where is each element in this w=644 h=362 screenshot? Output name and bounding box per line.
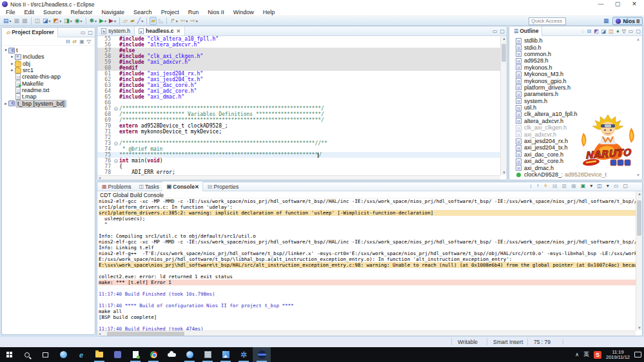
scroll-lock-up-icon[interactable]: ↑ <box>536 183 539 189</box>
pin-console-icon[interactable]: ✳ <box>543 183 548 189</box>
outline-item-util.h[interactable]: uutil.h <box>516 104 642 111</box>
editor-tab-headless.c[interactable]: cheadless.c✕ <box>135 26 185 35</box>
tree-expand-icon[interactable]: ▸ <box>10 68 15 73</box>
menu-window[interactable]: Window <box>229 9 259 15</box>
open-resource-button[interactable]: ▱ <box>122 17 128 25</box>
tree-item-t.map[interactable]: t.map <box>2 93 95 100</box>
taskbar-clock[interactable]: 11:19 2019/11/12 <box>606 350 630 360</box>
outline-menu-icon[interactable]: ▽ <box>622 28 626 34</box>
menu-search[interactable]: Search <box>129 9 157 15</box>
console-tab-properties[interactable]: ▤Properties <box>203 182 242 191</box>
console-tab-console[interactable]: ▣Console ✕ <box>162 182 203 191</box>
open-console-icon[interactable]: ◫ <box>597 183 602 189</box>
tree-expand-icon[interactable]: ▸ <box>10 54 15 59</box>
outline-maximize-icon[interactable]: ▢ <box>636 28 641 34</box>
fold-marker-icon[interactable]: − <box>113 106 119 111</box>
console-scroll-up-icon[interactable]: ▲ <box>636 192 643 196</box>
run-button[interactable]: ▶▾ <box>99 17 107 25</box>
app-ie[interactable]: e <box>72 347 90 362</box>
collapse-all-icon[interactable]: ⊟ <box>66 39 70 44</box>
save-all-button[interactable]: ▩ <box>21 17 28 25</box>
open-perspective-icon[interactable]: ▦ <box>603 17 610 25</box>
new-wizard-button[interactable]: ▤▾ <box>3 17 12 25</box>
app-browser[interactable] <box>181 347 199 362</box>
console-scroll-thumb[interactable] <box>637 200 641 236</box>
search-button[interactable] <box>18 347 36 362</box>
new-class-button[interactable]: ◨▾ <box>63 17 73 25</box>
quick-access-input[interactable]: Quick Access <box>529 17 566 25</box>
tree-item-obj[interactable]: ▸obj <box>2 61 95 67</box>
clear-console-icon[interactable]: ▤ <box>552 183 558 189</box>
fold-collapse-icon[interactable]: − <box>114 159 118 163</box>
fold-collapse-icon[interactable]: − <box>114 107 118 111</box>
code-area[interactable]: 55#include "clk_altera_a10_fpll.h"56#inc… <box>97 36 500 175</box>
editor-scroll-thumb[interactable] <box>502 44 506 62</box>
editor-vertical-scrollbar[interactable]: ▲ ▼ <box>500 36 507 175</box>
editor-tab-system.h[interactable]: hsystem.h <box>97 26 135 35</box>
app-grid[interactable] <box>199 347 217 362</box>
view-menu-icon[interactable]: ▽ <box>87 39 91 44</box>
console-maximize-icon[interactable]: ▢ <box>623 183 628 189</box>
console-horizontal-scrollbar[interactable]: ◂ <box>97 330 636 336</box>
action-center-icon[interactable] <box>634 352 641 357</box>
editor-maximize-icon[interactable]: ▢ <box>500 28 505 34</box>
outline-item-mykonos.h[interactable]: umykonos.h <box>516 64 642 71</box>
outline-item-Mykonos_M3.h[interactable]: uMykonos_M3.h <box>516 71 642 77</box>
outline-scroll-down-icon[interactable]: ▼ <box>636 173 640 177</box>
annotation-button[interactable]: ◺ <box>158 17 164 25</box>
console-hscroll-thumb[interactable] <box>107 332 184 336</box>
build-button[interactable]: ◫ <box>34 17 41 25</box>
menu-help[interactable]: Help <box>259 9 280 15</box>
app-text-editor[interactable] <box>126 347 144 362</box>
tree-item-t_bsp[interactable]: ▸t_bsp [system_bd] <box>2 100 95 106</box>
outline-minimize-icon[interactable]: ▭ <box>629 28 634 34</box>
outline-item-stdio.h[interactable]: ustdio.h <box>516 44 642 50</box>
tab-close-icon[interactable]: ✕ <box>195 184 199 190</box>
close-button[interactable]: ✕ <box>626 0 643 8</box>
outline-item-ad9528.h[interactable]: uad9528.h <box>516 57 642 64</box>
menu-edit[interactable]: Edit <box>20 9 39 15</box>
hide-fields-icon[interactable]: ◩ <box>594 28 599 34</box>
fold-collapse-icon[interactable]: − <box>114 142 118 146</box>
tree-item-Includes[interactable]: ▸Includes <box>2 53 95 60</box>
back-button[interactable]: ⇦▾ <box>180 17 189 25</box>
tree-item-readme.txt[interactable]: readme.txt <box>2 87 95 93</box>
outline-item-common.h[interactable]: ucommon.h <box>516 51 642 57</box>
explorer-minimize-icon[interactable]: ▭ <box>81 30 86 35</box>
task-view-button[interactable] <box>36 347 54 362</box>
menu-nios-ii[interactable]: Nios II <box>203 9 229 15</box>
display-console-icon[interactable]: ▣ <box>581 183 586 189</box>
menu-project[interactable]: Project <box>157 9 184 15</box>
app-edge[interactable] <box>54 347 72 362</box>
external-tools-button[interactable]: ▶▾ <box>108 17 117 25</box>
debug-button[interactable]: ✱▾ <box>89 17 98 25</box>
scroll-down-icon[interactable]: ▼ <box>501 171 507 175</box>
outline-item-platform_drivers.h[interactable]: uplatform_drivers.h <box>516 84 642 91</box>
outline-scroll-up-icon[interactable]: ▲ <box>636 37 640 41</box>
new-nios-project-button[interactable]: ◪▾ <box>42 17 52 25</box>
explorer-maximize-icon[interactable]: ▢ <box>88 30 93 35</box>
refresh-button[interactable]: ◉▾ <box>74 17 83 25</box>
tree-item-t[interactable]: ▾t <box>2 47 95 53</box>
open-console-menu-icon[interactable]: ▾ <box>607 183 609 189</box>
menu-source[interactable]: Source <box>39 9 66 15</box>
app-share[interactable]: ✲ <box>235 347 253 362</box>
console-output[interactable]: nios2-elf-gcc -xc -MP -MMD -c -IE:/sxs/w… <box>99 198 636 330</box>
project-explorer-tab[interactable]: ▱ Project Explorer <box>2 28 58 37</box>
remove-all-icon[interactable]: ▦ <box>571 183 576 189</box>
fold-marker-icon[interactable]: − <box>113 158 119 164</box>
save-button[interactable]: ▦ <box>14 17 21 25</box>
scroll-lock-down-icon[interactable]: ↓ <box>529 183 532 189</box>
outline-filters-icon[interactable]: ◌ <box>581 28 585 34</box>
app-onedrive[interactable] <box>162 347 181 362</box>
outline-item-parameters.h[interactable]: uparameters.h <box>516 91 642 97</box>
remove-launch-icon[interactable]: ▥ <box>562 183 567 189</box>
tab-close-icon[interactable]: ✕ <box>177 28 181 34</box>
link-editor-icon[interactable]: ● <box>616 28 620 34</box>
scroll-up-icon[interactable]: ▲ <box>501 37 507 41</box>
ime-indicator[interactable]: 英 <box>583 350 589 359</box>
search-flashlight-button[interactable]: ╱▾ <box>137 17 144 25</box>
tree-expand-icon[interactable]: ▸ <box>10 61 15 66</box>
app-photos[interactable] <box>217 347 235 362</box>
app-dev-tool[interactable] <box>108 347 126 362</box>
